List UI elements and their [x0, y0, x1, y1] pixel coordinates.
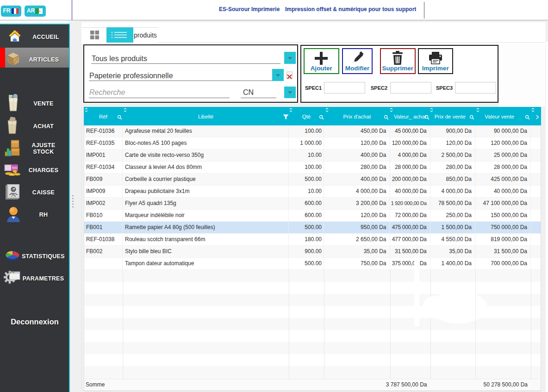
svg-text:500: 500 — [12, 166, 18, 169]
